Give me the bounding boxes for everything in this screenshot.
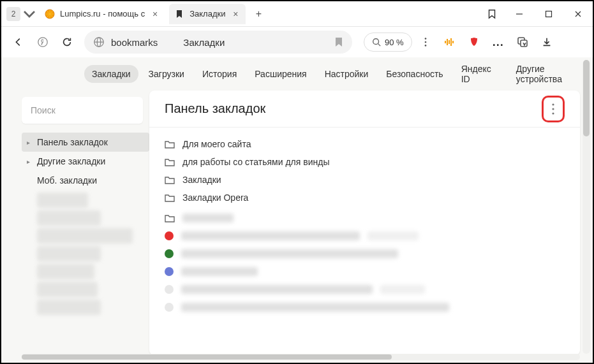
tab-lumpics[interactable]: Lumpics.ru - помощь с × <box>40 4 165 24</box>
chevron-right-icon: ▸ <box>27 139 36 146</box>
chevron-right-icon: ▸ <box>27 158 36 165</box>
orange-icon <box>45 9 55 19</box>
toolbar: bookmarks Закладки 90 % ... <box>1 27 593 57</box>
svg-rect-13 <box>445 41 446 43</box>
download-arrow-icon[interactable] <box>536 31 558 53</box>
magnifier-icon <box>372 38 381 47</box>
sidebar: Поиск ▸Панель закладок ▸Другие закладки … <box>1 91 149 363</box>
more-button[interactable]: ... <box>487 31 509 53</box>
bookmark-item-blurred[interactable] <box>165 247 565 260</box>
bookmark-item-blurred[interactable] <box>165 301 565 314</box>
tab-title: Закладки <box>189 9 225 18</box>
new-tab-button[interactable]: + <box>249 5 267 23</box>
reload-button[interactable] <box>56 31 78 53</box>
tab-dropdown[interactable] <box>23 7 36 21</box>
tree-label: Панель закладок <box>37 137 108 147</box>
cat-downloads[interactable]: Загрузки <box>141 65 192 83</box>
extension-shield-icon[interactable] <box>463 31 485 53</box>
bookmark-flag-icon[interactable] <box>334 37 343 47</box>
folder-icon <box>165 214 175 222</box>
bookmark-list: Для моего сайта для работы со статьями д… <box>149 127 580 326</box>
tab-count-badge[interactable]: 2 <box>6 7 20 21</box>
bookmark-item-blurred[interactable] <box>165 212 565 224</box>
folder-icon <box>165 157 175 166</box>
svg-rect-3 <box>546 11 552 17</box>
window-close[interactable] <box>563 1 593 27</box>
window-maximize[interactable] <box>534 1 563 27</box>
downloads-icon[interactable] <box>479 1 505 27</box>
tree-item-blurred[interactable] <box>37 246 101 261</box>
zoom-indicator[interactable]: 90 % <box>364 33 412 52</box>
tab-bookmarks[interactable]: Закладки × <box>169 4 246 24</box>
zoom-value: 90 % <box>385 38 404 47</box>
tree-item-blurred[interactable] <box>37 228 133 244</box>
folder-icon <box>165 175 175 184</box>
bookmark-folder[interactable]: для работы со статьями для винды <box>165 153 565 171</box>
bookmark-folder[interactable]: Закладки Opera <box>165 189 565 207</box>
content-panel: Панель закладок Для моего сайта для рабо… <box>149 91 580 355</box>
folder-label: Закладки Opera <box>182 193 248 203</box>
window-minimize[interactable] <box>505 1 534 27</box>
page-title-text: Закладки <box>183 37 225 48</box>
tree-item-blurred[interactable] <box>37 264 94 279</box>
cat-yandex-id[interactable]: Яндекс ID <box>454 60 506 88</box>
svg-point-21 <box>552 103 554 105</box>
bookmark-icon <box>174 9 184 19</box>
folder-label: для работы со статьями для винды <box>182 157 329 167</box>
tree-bookmarks-bar[interactable]: ▸Панель закладок <box>22 133 149 152</box>
folder-label: Закладки <box>182 175 221 185</box>
cat-bookmarks[interactable]: Закладки <box>84 65 138 83</box>
tree-label: Другие закладки <box>37 156 105 166</box>
bookmark-item-blurred[interactable] <box>165 229 565 242</box>
kebab-menu[interactable] <box>415 31 436 53</box>
folder-label: Для моего сайта <box>182 139 251 149</box>
back-button[interactable] <box>8 31 29 53</box>
svg-rect-14 <box>447 39 448 45</box>
tree-item-blurred[interactable] <box>37 300 101 315</box>
folder-icon <box>165 140 175 149</box>
yandex-logo[interactable] <box>32 31 54 53</box>
scrollbar-thumb[interactable] <box>583 60 590 136</box>
more-options-button[interactable] <box>542 96 565 122</box>
tree-item-blurred[interactable] <box>37 210 101 226</box>
extension-translate-icon[interactable] <box>512 31 533 53</box>
tree-other-bookmarks[interactable]: ▸Другие закладки <box>22 152 149 171</box>
folder-icon <box>165 193 175 202</box>
bookmark-item-blurred[interactable] <box>165 265 565 278</box>
vertical-scrollbar[interactable] <box>583 60 590 354</box>
search-input[interactable]: Поиск <box>22 97 143 124</box>
cat-settings[interactable]: Настройки <box>317 65 376 83</box>
cat-other-devices[interactable]: Другие устройства <box>509 60 593 88</box>
svg-rect-17 <box>452 41 454 43</box>
svg-line-9 <box>378 44 381 47</box>
content-heading: Панель закладок <box>165 101 542 116</box>
content-header: Панель закладок <box>149 91 580 127</box>
scrollbar-thumb[interactable] <box>22 354 392 360</box>
main-area: Поиск ▸Панель закладок ▸Другие закладки … <box>1 91 593 363</box>
bookmark-item-blurred[interactable] <box>165 283 565 296</box>
category-tabs: Закладки Загрузки История Расширения Нас… <box>1 57 593 91</box>
bookmark-folder[interactable]: Закладки <box>165 171 565 189</box>
svg-point-22 <box>552 108 554 110</box>
close-icon[interactable]: × <box>230 9 241 19</box>
url-text: bookmarks <box>111 37 158 48</box>
cat-extensions[interactable]: Расширения <box>247 65 314 83</box>
svg-point-12 <box>424 45 426 47</box>
bookmark-folder[interactable]: Для моего сайта <box>165 135 565 153</box>
cat-history[interactable]: История <box>195 65 244 83</box>
tree-item-blurred[interactable] <box>37 193 88 208</box>
tree-item-blurred[interactable] <box>37 282 98 297</box>
svg-point-11 <box>424 41 426 43</box>
svg-point-23 <box>552 112 554 114</box>
titlebar: 2 Lumpics.ru - помощь с × Закладки × + <box>1 1 593 27</box>
tab-title: Lumpics.ru - помощь с <box>60 9 145 18</box>
horizontal-scrollbar[interactable] <box>22 354 580 360</box>
svg-point-8 <box>373 39 379 45</box>
cat-security[interactable]: Безопасность <box>378 65 450 83</box>
extension-audio-icon[interactable] <box>439 31 461 53</box>
tree-mobile-bookmarks[interactable]: Моб. закладки <box>22 171 149 190</box>
svg-rect-16 <box>450 38 452 46</box>
svg-point-10 <box>424 38 426 40</box>
address-bar[interactable]: bookmarks Закладки <box>84 31 352 54</box>
close-icon[interactable]: × <box>150 9 160 19</box>
